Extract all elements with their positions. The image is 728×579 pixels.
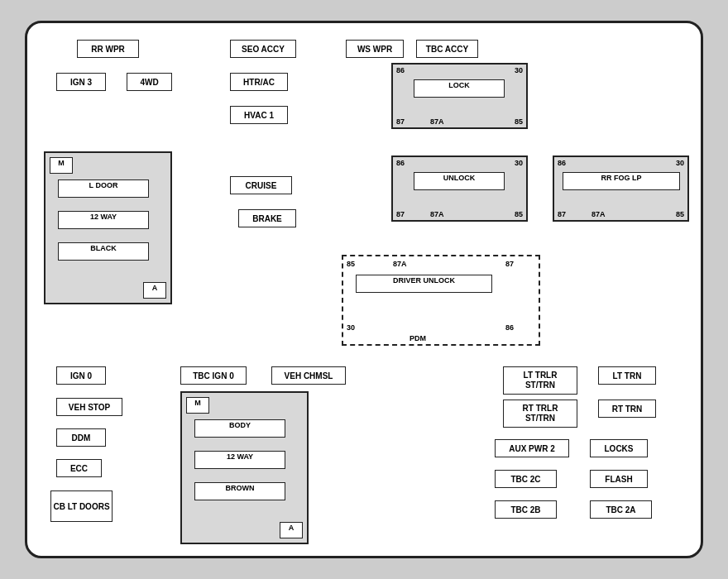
tbc-ign0-label: TBC IGN 0 (180, 366, 247, 385)
diagram-container: RR WPR SEO ACCY WS WPR TBC ACCY IGN 3 4W… (25, 21, 703, 558)
lt-trn-label: LT TRN (598, 366, 656, 385)
ecc-label: ECC (56, 459, 102, 477)
locks-label: LOCKS (590, 439, 648, 457)
rt-trn-label: RT TRN (598, 400, 656, 418)
tbc-accy-label: TBC ACCY (416, 40, 478, 58)
12way-left-label: 12 WAY (58, 211, 149, 229)
rr-fog-lp-label: RR FOG LP (563, 172, 680, 190)
ddm-label: DDM (56, 428, 106, 447)
l-door-label: L DOOR (58, 179, 149, 198)
rr-fog-lp-relay-block: 86 30 RR FOG LP 87 87A 85 (553, 156, 689, 222)
veh-stop-label: VEH STOP (56, 398, 122, 416)
a-right-label: A (280, 522, 303, 538)
a-left-label: A (143, 282, 166, 299)
rt-trlr-label: RT TRLR ST/TRN (503, 400, 577, 428)
lt-trlr-label: LT TRLR ST/TRN (503, 366, 577, 395)
seo-accy-label: SEO ACCY (230, 40, 296, 58)
12way-right-label: 12 WAY (194, 451, 285, 469)
aux-pwr2-label: AUX PWR 2 (495, 439, 569, 457)
right-connector-block: M BODY 12 WAY BROWN A (180, 391, 309, 544)
left-connector-block: M L DOOR 12 WAY BLACK A (44, 151, 172, 304)
tbc-2c-label: TBC 2C (495, 470, 557, 488)
tbc-2a-label: TBC 2A (590, 500, 652, 519)
cruise-label: CRUISE (230, 176, 292, 194)
brake-label: BRAKE (238, 209, 296, 227)
cb-lt-doors-label: CB LT DOORS (50, 490, 113, 522)
lock-relay-block: 86 30 LOCK 87 87A 85 (391, 63, 528, 129)
pdm-label: PDM (410, 334, 426, 342)
veh-chmsl-label: VEH CHMSL (271, 366, 346, 385)
4wd-label: 4WD (127, 73, 172, 91)
tbc-2b-label: TBC 2B (495, 500, 557, 519)
pdm-box: DRIVER UNLOCK 85 87A 87 30 86 PDM (342, 255, 540, 346)
driver-unlock-label: DRIVER UNLOCK (356, 275, 492, 293)
m-left-label: M (50, 157, 73, 174)
lock-label: LOCK (414, 79, 505, 98)
ws-wpr-label: WS WPR (346, 40, 404, 58)
hvac1-label: HVAC 1 (230, 106, 288, 124)
htr-ac-label: HTR/AC (230, 73, 288, 91)
body-label: BODY (194, 419, 285, 438)
ign0-label: IGN 0 (56, 366, 106, 385)
flash-label: FLASH (590, 470, 648, 488)
black-label: BLACK (58, 242, 149, 261)
ign3-label: IGN 3 (56, 73, 106, 91)
m-right-label: M (186, 397, 209, 414)
rr-wpr-label: RR WPR (77, 40, 139, 58)
unlock-label: UNLOCK (414, 172, 505, 190)
unlock-relay-block: 86 30 UNLOCK 87 87A 85 (391, 156, 528, 222)
brown-label: BROWN (194, 482, 285, 500)
